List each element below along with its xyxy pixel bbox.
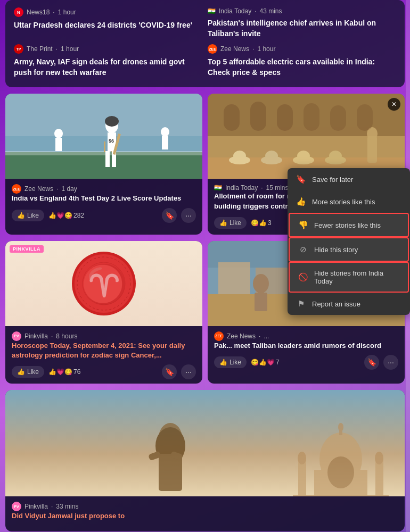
cricket-count: 282: [73, 212, 84, 219]
cricket-bookmark-button[interactable]: 🔖: [162, 208, 177, 223]
svg-point-11: [105, 116, 119, 127]
news-item-4[interactable]: ZEE Zee News · 1 hour Top 5 affordable e…: [208, 44, 396, 78]
report-label: Report an issue: [312, 300, 360, 308]
source-line-2: 🇮🇳 India Today · 43 mins: [208, 7, 396, 15]
headline-3[interactable]: Army, Navy, IAF sign deals for drones am…: [14, 57, 202, 78]
zee-icon-pak: ZEE: [214, 331, 224, 341]
pak-like-button[interactable]: 👍 Like: [214, 356, 247, 368]
horoscope-card-body: PV Pinkvilla · 8 hours Horoscope Today, …: [5, 326, 202, 384]
pak-more-button[interactable]: ···: [383, 355, 398, 370]
the-print-icon: TP: [14, 44, 23, 54]
dropdown-report[interactable]: ⚑ Report an issue: [288, 293, 410, 315]
pak-source-name: Zee News: [227, 332, 256, 340]
pak-actions: 👍 Like 😋👍💗 7 🔖 ···: [214, 355, 398, 370]
namaz-emojis: 😋👍: [251, 219, 267, 227]
zee-icon-top: ZEE: [208, 44, 217, 54]
cricket-more-button[interactable]: ···: [181, 208, 196, 223]
pak-bookmark-button[interactable]: 🔖: [364, 355, 379, 370]
hide-source-icon: 🚫: [298, 272, 308, 282]
pak-like-label: Like: [229, 359, 241, 366]
namaz-time: 15 mins: [266, 184, 289, 192]
report-icon: ⚑: [296, 299, 306, 309]
aries-svg: ♈: [67, 246, 141, 321]
cricket-headline[interactable]: India vs England 4th Test Day 2 Live Sco…: [12, 194, 196, 203]
svg-rect-62: [375, 459, 383, 496]
source-name-1: News18: [27, 9, 50, 16]
dropdown-more-like[interactable]: 👍 More stories like this: [288, 190, 410, 213]
news-item-3[interactable]: TP The Print · 1 hour Army, Navy, IAF si…: [14, 44, 202, 78]
namaz-image: ✕: [208, 94, 405, 179]
fewer-like-label: Fewer stories like this: [314, 221, 381, 229]
svg-rect-4: [104, 142, 105, 152]
horoscope-image: PINKVILLA ♈: [5, 241, 202, 326]
svg-rect-29: [367, 136, 377, 163]
news-item-1[interactable]: N News18 · 1 hour Uttar Pradesh declares…: [14, 7, 202, 39]
horoscope-reactions: 👍💗😋 76: [48, 368, 80, 376]
dropdown-fewer-like[interactable]: 👎 Fewer stories like this: [289, 213, 409, 237]
source-time-1: 1 hour: [58, 9, 76, 16]
cricket-like-button[interactable]: 👍 Like: [12, 210, 44, 221]
pak-emojis: 😋👍💗: [251, 359, 275, 366]
svg-point-48: [253, 274, 269, 293]
headline-2[interactable]: Pakistan's intelligence chief arrives in…: [208, 18, 396, 39]
headline-4[interactable]: Top 5 affordable electric cars available…: [208, 57, 396, 78]
pinkvilla-icon: PV: [12, 331, 21, 341]
source-line-3: TP The Print · 1 hour: [14, 44, 202, 54]
namaz-like-label: Like: [229, 219, 241, 227]
top-news-card: N News18 · 1 hour Uttar Pradesh declares…: [5, 0, 405, 87]
bottom-dot: ·: [51, 503, 53, 510]
dropdown-hide-story[interactable]: ⊘ Hide this story: [289, 237, 409, 262]
source-line-1: N News18 · 1 hour: [14, 7, 202, 17]
dropdown-save-later[interactable]: 🔖 Save for later: [288, 168, 410, 190]
bottom-card-image: [5, 390, 405, 496]
source-line-4: ZEE Zee News · 1 hour: [208, 44, 396, 54]
dropdown-hide-source[interactable]: 🚫 Hide stories from India Today: [289, 262, 409, 293]
svg-point-15: [161, 127, 169, 137]
namaz-like-button[interactable]: 👍 Like: [214, 217, 247, 229]
svg-text:56: 56: [109, 138, 114, 144]
cricket-like-label: Like: [27, 212, 39, 219]
source-name-4: Zee News: [220, 45, 249, 53]
svg-rect-36: [357, 104, 373, 131]
source-dot-4: ·: [252, 45, 254, 53]
source-name-2: India Today: [219, 7, 251, 15]
news-item-2[interactable]: 🇮🇳 India Today · 43 mins Pakistan's inte…: [208, 7, 396, 39]
horoscope-like-button[interactable]: 👍 Like: [12, 366, 44, 378]
svg-rect-16: [162, 136, 168, 149]
more-like-icon: 👍: [296, 197, 306, 206]
svg-point-26: [297, 151, 310, 161]
svg-text:♈: ♈: [81, 262, 128, 306]
cricket-image: 56: [5, 94, 202, 179]
namaz-reactions: 😋👍 3: [251, 219, 272, 227]
context-dropdown: 🔖 Save for later 👍 More stories like thi…: [288, 168, 410, 315]
more-like-label: More stories like this: [312, 198, 375, 206]
svg-rect-2: [5, 152, 202, 179]
source-time-2: 43 mins: [260, 7, 282, 15]
svg-point-61: [298, 452, 306, 464]
source-time-3: 1 hour: [61, 45, 79, 53]
horoscope-bookmark-button[interactable]: 🔖: [162, 364, 177, 379]
cricket-dot: ·: [56, 185, 58, 193]
svg-rect-1: [5, 94, 202, 136]
hide-story-icon: ⊘: [298, 245, 308, 254]
svg-point-59: [327, 456, 354, 488]
headline-1[interactable]: Uttar Pradesh declares 24 districts 'COV…: [14, 20, 202, 31]
svg-rect-49: [255, 293, 267, 311]
pak-headline[interactable]: Pak... meet Taliban leaders amid rumors …: [214, 341, 398, 351]
save-later-icon: 🔖: [296, 174, 306, 184]
svg-rect-60: [298, 459, 306, 496]
horoscope-headline[interactable]: Horoscope Today, September 4, 2021: See …: [12, 341, 196, 360]
bottom-source: PV Pinkvilla · 33 mins: [12, 502, 398, 511]
source-time-4: 1 hour: [257, 45, 275, 53]
bottom-headline[interactable]: Did Vidyut Jamwal just propose to: [12, 511, 398, 521]
flag-2: 🇮🇳: [208, 7, 216, 15]
svg-rect-32: [250, 102, 266, 131]
bottom-scene-svg: [5, 390, 405, 496]
pak-card-body: ZEE Zee News · ... Pak... meet Taliban l…: [208, 326, 405, 374]
namaz-card: ✕: [208, 94, 405, 234]
pak-dot: ·: [259, 332, 260, 340]
pak-count: 7: [276, 359, 280, 366]
svg-rect-35: [330, 105, 346, 131]
svg-rect-45: [218, 262, 250, 294]
horoscope-more-button[interactable]: ···: [181, 364, 196, 379]
